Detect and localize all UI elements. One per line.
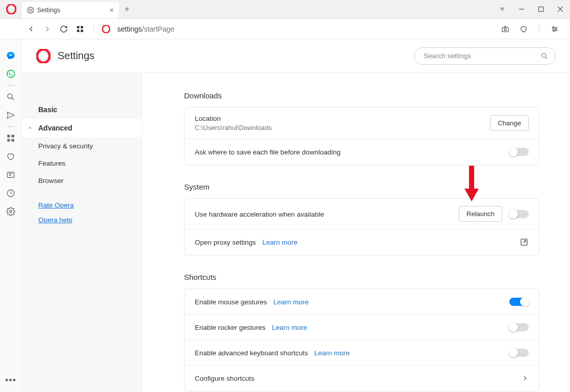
tab-close-button[interactable]: ×	[110, 6, 114, 14]
rail-messenger[interactable]	[0, 46, 22, 65]
rail-bookmarks[interactable]	[0, 147, 22, 166]
svg-rect-19	[7, 172, 14, 178]
svg-point-14	[8, 94, 12, 98]
relaunch-button[interactable]: Relaunch	[459, 206, 502, 222]
kbd-shortcuts-label: Enable advanced keyboard shortcuts	[195, 349, 308, 357]
tabs-menu-button[interactable]	[493, 0, 512, 18]
site-identity-icon[interactable]	[102, 25, 110, 33]
svg-rect-2	[539, 7, 543, 12]
snapshot-button[interactable]	[498, 22, 512, 36]
svg-rect-6	[81, 30, 83, 32]
page-title: Settings	[58, 50, 94, 62]
forward-button[interactable]	[40, 22, 55, 36]
row-hw-accel: Use hardware acceleration when available…	[185, 199, 539, 229]
hw-accel-toggle[interactable]	[509, 210, 529, 218]
rail-history[interactable]	[0, 184, 22, 202]
sidebar-link-help[interactable]: Opera help	[38, 216, 142, 224]
ask-save-toggle[interactable]	[509, 148, 529, 156]
chevron-right-icon	[522, 375, 529, 382]
bookmark-button[interactable]	[516, 22, 531, 36]
section-title-system: System	[184, 182, 539, 191]
svg-rect-4	[81, 26, 83, 29]
search-icon	[540, 52, 549, 60]
row-ask-save: Ask where to save each file before downl…	[185, 139, 539, 165]
sidebar-link-rate[interactable]: Rate Opera	[38, 201, 142, 209]
settings-header: Settings	[22, 39, 570, 73]
proxy-learn-more[interactable]: Learn more	[263, 239, 298, 246]
search-settings-input[interactable]	[414, 47, 556, 65]
left-rail: •••	[0, 39, 22, 392]
close-window-button[interactable]	[551, 0, 570, 18]
row-configure-shortcuts[interactable]: Configure shortcuts	[185, 365, 539, 391]
row-download-location: Location C:\Users\rahul\Downloads Change	[185, 108, 539, 139]
back-button[interactable]	[24, 22, 38, 36]
speed-dial-button[interactable]	[73, 22, 87, 36]
sidebar-item-basic[interactable]: Basic	[22, 100, 142, 119]
new-tab-button[interactable]: +	[119, 0, 135, 18]
ask-save-label: Ask where to save each file before downl…	[195, 148, 341, 156]
address-bar: settings/startPage	[0, 19, 570, 39]
sidebar-sub-browser[interactable]: Browser	[22, 172, 142, 189]
download-location-label: Location	[195, 115, 490, 122]
rail-news[interactable]	[0, 166, 22, 184]
proxy-label: Open proxy settings	[195, 239, 256, 246]
svg-rect-8	[502, 27, 508, 32]
card-system: Use hardware acceleration when available…	[184, 198, 539, 255]
sidebar-sub-privacy[interactable]: Privacy & security	[22, 137, 142, 154]
hw-accel-label: Use hardware acceleration when available	[195, 211, 324, 218]
rocker-learn-more[interactable]: Learn more	[272, 324, 307, 331]
card-shortcuts: Enable mouse gestures Learn more Enable …	[184, 289, 539, 391]
kbd-learn-more[interactable]: Learn more	[315, 349, 350, 357]
svg-rect-17	[7, 139, 10, 142]
chevron-up-icon	[27, 125, 33, 131]
minimize-button[interactable]	[512, 0, 531, 18]
mouse-gestures-toggle[interactable]	[509, 298, 529, 306]
svg-point-21	[10, 211, 12, 213]
svg-rect-16	[12, 135, 14, 137]
download-location-value: C:\Users\rahul\Downloads	[195, 124, 490, 132]
opera-logo-icon	[6, 4, 16, 14]
row-proxy[interactable]: Open proxy settings Learn more	[185, 229, 539, 255]
address-field[interactable]: settings/startPage	[117, 25, 174, 33]
svg-point-23	[542, 53, 546, 57]
window-controls	[493, 0, 570, 18]
content: Settings Basic Advanced Privacy & securi…	[22, 39, 570, 392]
svg-rect-5	[77, 30, 80, 32]
app-menu-button[interactable]	[0, 0, 22, 18]
svg-rect-3	[77, 26, 80, 29]
card-downloads: Location C:\Users\rahul\Downloads Change…	[184, 107, 539, 165]
mouse-gestures-label: Enable mouse gestures	[195, 298, 267, 306]
svg-rect-18	[12, 139, 14, 142]
mouse-learn-more[interactable]: Learn more	[273, 298, 308, 306]
reload-button[interactable]	[57, 22, 71, 36]
rocker-gestures-toggle[interactable]	[509, 323, 529, 331]
rail-settings[interactable]	[0, 202, 22, 221]
section-title-shortcuts: Shortcuts	[184, 273, 539, 281]
rail-more[interactable]: •••	[0, 374, 22, 392]
settings-main: Downloads Location C:\Users\rahul\Downlo…	[142, 73, 570, 392]
external-link-icon	[520, 238, 529, 247]
section-title-downloads: Downloads	[184, 91, 539, 100]
row-kbd-shortcuts: Enable advanced keyboard shortcuts Learn…	[185, 340, 539, 365]
rail-search[interactable]	[0, 88, 22, 106]
rail-whatsapp[interactable]	[0, 65, 22, 83]
row-rocker-gestures: Enable rocker gestures Learn more	[185, 315, 539, 340]
rail-flow[interactable]	[0, 106, 22, 124]
sidebar-item-advanced[interactable]: Advanced	[22, 119, 142, 137]
svg-point-12	[553, 30, 555, 32]
tab-settings[interactable]: Settings ×	[22, 2, 119, 18]
gear-icon	[27, 7, 34, 14]
row-mouse-gestures: Enable mouse gestures Learn more	[185, 289, 539, 315]
svg-point-11	[555, 28, 557, 30]
sidebar-sub-features[interactable]: Features	[22, 154, 142, 172]
easy-setup-button[interactable]	[548, 22, 562, 36]
svg-point-0	[7, 5, 16, 14]
rocker-gestures-label: Enable rocker gestures	[195, 324, 266, 331]
rail-speeddial[interactable]	[0, 129, 22, 147]
svg-rect-15	[7, 135, 10, 137]
kbd-shortcuts-toggle[interactable]	[509, 349, 529, 357]
svg-point-10	[553, 27, 554, 28]
maximize-button[interactable]	[531, 0, 551, 18]
tab-title: Settings	[37, 7, 60, 14]
change-location-button[interactable]: Change	[490, 115, 529, 131]
